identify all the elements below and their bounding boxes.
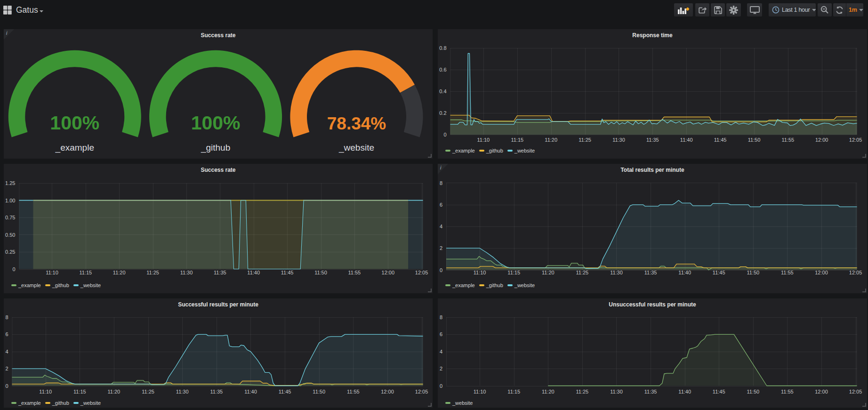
svg-text:2: 2 xyxy=(440,245,442,251)
svg-text:11:55: 11:55 xyxy=(782,137,795,143)
svg-text:11:10: 11:10 xyxy=(39,389,52,394)
svg-text:11:45: 11:45 xyxy=(279,389,291,394)
svg-text:11:55: 11:55 xyxy=(347,389,360,394)
svg-text:11:20: 11:20 xyxy=(542,270,555,275)
svg-text:11:40: 11:40 xyxy=(680,137,693,143)
svg-text:11:10: 11:10 xyxy=(46,270,58,275)
svg-text:11:55: 11:55 xyxy=(781,270,794,275)
svg-text:12:00: 12:00 xyxy=(815,389,828,394)
svg-text:0: 0 xyxy=(12,266,15,272)
svg-text:1.00: 1.00 xyxy=(5,198,15,203)
svg-text:11:40: 11:40 xyxy=(678,389,691,394)
svg-text:11:20: 11:20 xyxy=(545,137,557,143)
svg-text:0: 0 xyxy=(440,267,442,273)
svg-text:11:25: 11:25 xyxy=(579,137,591,143)
svg-text:11:45: 11:45 xyxy=(281,270,294,275)
svg-text:0.4: 0.4 xyxy=(439,88,446,94)
svg-text:0.50: 0.50 xyxy=(5,232,15,238)
svg-text:11:15: 11:15 xyxy=(511,137,523,143)
svg-text:_github: _github xyxy=(201,143,230,153)
svg-text:0.8: 0.8 xyxy=(439,45,446,51)
svg-text:11:10: 11:10 xyxy=(474,389,486,394)
svg-text:11:55: 11:55 xyxy=(781,389,794,394)
svg-text:0.2: 0.2 xyxy=(439,110,446,116)
svg-text:11:30: 11:30 xyxy=(176,389,189,394)
svg-text:12:00: 12:00 xyxy=(815,137,828,143)
svg-text:11:30: 11:30 xyxy=(612,137,625,143)
svg-text:11:20: 11:20 xyxy=(108,389,121,394)
svg-text:4: 4 xyxy=(5,349,8,354)
svg-text:11:45: 11:45 xyxy=(713,389,725,394)
svg-text:78.34%: 78.34% xyxy=(327,114,386,133)
svg-text:11:45: 11:45 xyxy=(714,137,727,143)
svg-text:8: 8 xyxy=(440,314,442,320)
svg-text:11:25: 11:25 xyxy=(142,389,154,394)
svg-text:11:35: 11:35 xyxy=(210,389,223,394)
svg-text:0: 0 xyxy=(440,383,442,389)
svg-text:11:20: 11:20 xyxy=(542,389,555,394)
svg-text:2: 2 xyxy=(5,366,8,371)
svg-text:12:00: 12:00 xyxy=(381,389,394,394)
svg-text:12:05: 12:05 xyxy=(849,270,862,275)
svg-text:0.25: 0.25 xyxy=(5,249,15,255)
svg-text:12:05: 12:05 xyxy=(849,389,862,394)
svg-text:11:35: 11:35 xyxy=(646,137,659,143)
svg-text:12:05: 12:05 xyxy=(415,270,428,275)
svg-text:11:10: 11:10 xyxy=(474,270,486,275)
svg-text:100%: 100% xyxy=(191,112,241,134)
svg-text:11:50: 11:50 xyxy=(748,137,761,143)
svg-text:6: 6 xyxy=(5,331,8,337)
svg-text:11:50: 11:50 xyxy=(314,270,327,275)
svg-text:11:35: 11:35 xyxy=(644,389,657,394)
svg-text:11:40: 11:40 xyxy=(244,389,257,394)
svg-text:11:15: 11:15 xyxy=(79,270,92,275)
svg-text:0: 0 xyxy=(5,383,8,389)
svg-text:11:25: 11:25 xyxy=(146,270,159,275)
svg-text:6: 6 xyxy=(440,331,442,337)
svg-text:12:00: 12:00 xyxy=(382,270,395,275)
svg-text:11:40: 11:40 xyxy=(247,270,260,275)
svg-text:12:05: 12:05 xyxy=(415,389,428,394)
svg-text:6: 6 xyxy=(440,202,442,208)
svg-text:11:35: 11:35 xyxy=(644,270,657,275)
svg-text:2: 2 xyxy=(440,366,442,371)
svg-text:11:55: 11:55 xyxy=(348,270,361,275)
svg-text:0: 0 xyxy=(443,132,446,137)
svg-text:4: 4 xyxy=(440,224,442,229)
svg-text:11:20: 11:20 xyxy=(113,270,126,275)
svg-text:11:30: 11:30 xyxy=(610,389,623,394)
svg-text:0.75: 0.75 xyxy=(5,215,15,220)
svg-text:11:15: 11:15 xyxy=(73,389,86,394)
svg-text:11:50: 11:50 xyxy=(747,270,759,275)
svg-text:_website: _website xyxy=(338,143,374,153)
svg-text:11:15: 11:15 xyxy=(507,270,520,275)
svg-text:8: 8 xyxy=(5,314,8,320)
svg-text:4: 4 xyxy=(440,349,442,354)
svg-text:11:30: 11:30 xyxy=(610,270,623,275)
svg-text:12:05: 12:05 xyxy=(849,137,862,143)
svg-text:11:25: 11:25 xyxy=(576,389,589,394)
svg-text:0.6: 0.6 xyxy=(439,67,446,72)
svg-text:12:00: 12:00 xyxy=(815,270,828,275)
svg-text:11:45: 11:45 xyxy=(713,270,725,275)
svg-text:1.25: 1.25 xyxy=(5,180,15,186)
svg-text:11:50: 11:50 xyxy=(747,389,759,394)
svg-text:11:25: 11:25 xyxy=(576,270,589,275)
svg-text:100%: 100% xyxy=(50,112,99,134)
svg-text:11:35: 11:35 xyxy=(214,270,226,275)
svg-text:11:15: 11:15 xyxy=(507,389,520,394)
svg-text:11:30: 11:30 xyxy=(180,270,193,275)
svg-text:11:40: 11:40 xyxy=(678,270,691,275)
svg-text:_example: _example xyxy=(55,143,94,153)
svg-text:11:10: 11:10 xyxy=(477,137,490,143)
svg-text:11:50: 11:50 xyxy=(313,389,325,394)
svg-text:8: 8 xyxy=(440,180,442,186)
